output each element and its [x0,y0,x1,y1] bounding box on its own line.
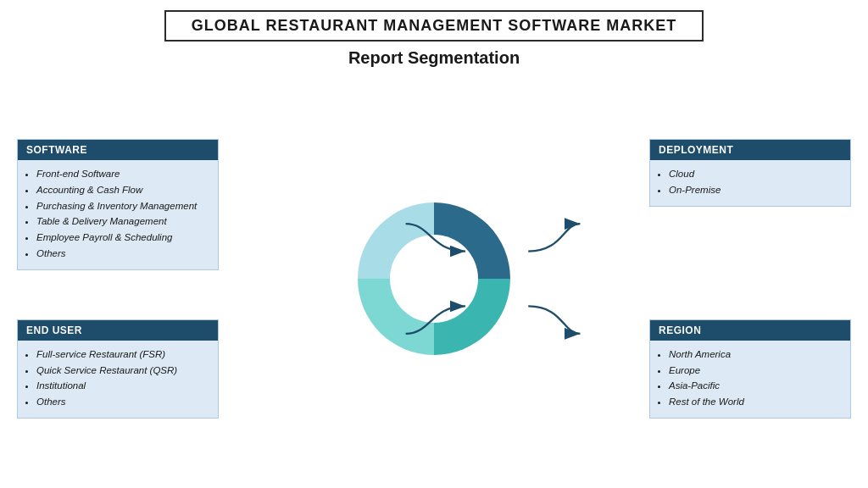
software-list: Front-end Software Accounting & Cash Flo… [33,167,209,262]
software-panel: SOFTWARE Front-end Software Accounting &… [17,139,219,270]
list-item: Cloud [669,167,842,182]
region-panel: REGION North America Europe Asia-Pacific… [649,319,851,419]
list-item: North America [669,347,842,363]
deployment-list: Cloud On-Premise [665,167,842,198]
enduser-body: Full-service Restaurant (FSR) Quick Serv… [18,341,218,418]
list-item: Others [36,395,209,410]
donut-chart [341,186,527,372]
list-item: Quick Service Restaurant (QSR) [36,363,209,379]
list-item: Institutional [36,379,209,394]
main-title: GLOBAL RESTAURANT MANAGEMENT SOFTWARE MA… [192,17,676,35]
main-layout: SOFTWARE Front-end Software Accounting &… [17,80,851,478]
list-item: Others [36,247,209,262]
enduser-header: END USER [18,320,218,341]
enduser-list: Full-service Restaurant (FSR) Quick Serv… [33,347,209,410]
software-body: Front-end Software Accounting & Cash Flo… [18,160,218,269]
subtitle: Report Segmentation [348,48,520,68]
region-header: REGION [650,320,850,341]
title-box: GLOBAL RESTAURANT MANAGEMENT SOFTWARE MA… [164,10,704,42]
list-item: Table & Delivery Management [36,214,209,230]
region-body: North America Europe Asia-Pacific Rest o… [650,341,850,418]
list-item: Asia-Pacific [669,379,842,394]
enduser-panel: END USER Full-service Restaurant (FSR) Q… [17,319,219,419]
list-item: Europe [669,363,842,379]
list-item: Employee Payroll & Scheduling [36,230,209,246]
arrow-region [528,306,580,333]
deployment-panel: DEPLOYMENT Cloud On-Premise [649,139,851,207]
list-item: Rest of the World [669,395,842,410]
list-item: Full-service Restaurant (FSR) [36,347,209,363]
right-column: DEPLOYMENT Cloud On-Premise REGION North… [649,139,851,419]
deployment-body: Cloud On-Premise [650,160,850,206]
list-item: On-Premise [669,183,842,198]
page-container: GLOBAL RESTAURANT MANAGEMENT SOFTWARE MA… [0,0,868,488]
deployment-header: DEPLOYMENT [650,140,850,160]
center-column [219,139,649,419]
arrow-deployment [528,224,580,251]
software-header: SOFTWARE [18,140,218,160]
list-item: Purchasing & Inventory Management [36,199,209,214]
list-item: Front-end Software [36,167,209,182]
region-list: North America Europe Asia-Pacific Rest o… [665,347,842,410]
donut-hole [390,235,478,323]
list-item: Accounting & Cash Flow [36,183,209,198]
left-column: SOFTWARE Front-end Software Accounting &… [17,139,219,419]
